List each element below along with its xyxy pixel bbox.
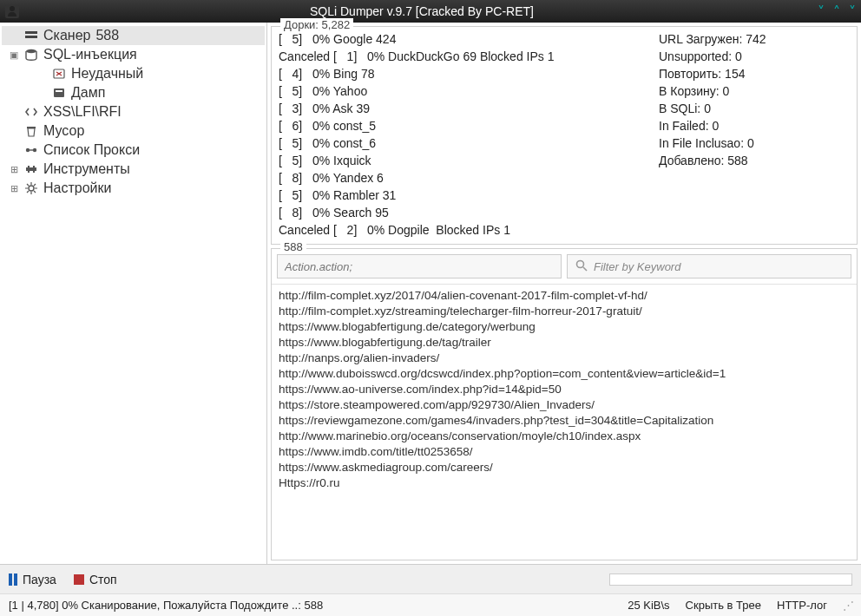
tree-label: Настройки (40, 180, 111, 196)
window-close-button[interactable]: ˅ (849, 3, 856, 20)
tree-label: XSS\LFI\RFI (40, 104, 122, 120)
url-item[interactable]: Https://r0.ru (279, 475, 850, 491)
engine-line: [ 4] 0% Bing 78 (279, 65, 659, 82)
tree-item-scanner[interactable]: Сканер 588 (2, 26, 265, 45)
url-item[interactable]: https://www.blogabfertigung.de/category/… (279, 319, 850, 335)
scanner-icon (23, 29, 40, 43)
engine-line: [ 8] 0% Search 95 (279, 204, 659, 221)
svg-rect-11 (28, 166, 30, 173)
svg-point-8 (26, 148, 30, 152)
url-item[interactable]: https://store.steampowered.com/app/92973… (279, 397, 850, 413)
svg-rect-5 (54, 88, 64, 97)
tree-item-dump[interactable]: Дамп (2, 83, 265, 102)
action-input[interactable] (277, 254, 562, 279)
http-log-link[interactable]: HTTP-лог (777, 599, 827, 612)
url-item[interactable]: https://www.blogabfertigung.de/tag/trail… (279, 335, 850, 351)
engines-legend: Дорки: 5,282 (280, 18, 353, 31)
url-item[interactable]: http://www.duboisswcd.org/dcswcd/index.p… (279, 366, 850, 382)
engines-stats: URL Загружен: 742Unsupported: 0Повторить… (659, 30, 850, 239)
tree-item-proxy[interactable]: Список Прокси (2, 141, 265, 160)
url-item[interactable]: http://nanps.org/alien-invaders/ (279, 351, 850, 366)
url-item[interactable]: https://www.askmediagroup.com/careers/ (279, 460, 850, 475)
url-item[interactable]: https://www.ao-universe.com/index.php?id… (279, 382, 850, 397)
tree-item-settings[interactable]: ⊞ Настройки (2, 179, 265, 198)
url-list[interactable]: http://film-complet.xyz/2017/04/alien-co… (272, 284, 857, 560)
sidebar-tree[interactable]: Сканер 588 ▣ SQL-инъекция Неудачный (0, 23, 267, 564)
engine-line: Canceled [ 1] 0% DuckDuckGo 69 Blocked I… (279, 48, 659, 65)
svg-rect-10 (26, 167, 36, 171)
pause-button[interactable]: Пауза (9, 573, 56, 587)
url-item[interactable]: https://reviewgamezone.com/games4/invade… (279, 413, 850, 429)
svg-rect-2 (25, 36, 37, 38)
window-minimize-button[interactable]: ˅ (818, 3, 825, 20)
svg-point-13 (29, 186, 34, 191)
tools-icon (23, 162, 40, 176)
dump-icon (50, 86, 68, 100)
svg-point-14 (577, 260, 584, 267)
status-speed: 25 KiB\s (628, 599, 669, 612)
engine-line: [ 5] 0% const_6 (279, 134, 659, 152)
engine-line: [ 6] 0% const_5 (279, 117, 659, 134)
stat-line: Повторить: 154 (659, 65, 850, 82)
tree-expand-icon[interactable]: ⊞ (5, 164, 23, 175)
results-panel: 588 Filter by Keyword http://film-comple… (271, 248, 858, 560)
svg-point-9 (33, 148, 36, 152)
svg-point-0 (10, 6, 15, 11)
tree-label: SQL-инъекция (40, 47, 137, 62)
control-bar: Пауза Стоп (0, 564, 861, 593)
tree-item-sqli[interactable]: ▣ SQL-инъекция (2, 45, 265, 64)
window-title: SQLi Dumper v.9.7 [Cracked By PC-RET] (26, 4, 818, 18)
engines-log: [ 5] 0% Google 424Canceled [ 1] 0% DuckD… (279, 30, 659, 239)
tree-item-tools[interactable]: ⊞ Инструменты (2, 160, 265, 179)
pause-label: Пауза (23, 573, 56, 587)
tree-label: Неудачный (68, 66, 143, 82)
app-icon (5, 4, 19, 18)
svg-rect-1 (25, 31, 37, 34)
filter-input[interactable]: Filter by Keyword (567, 254, 851, 279)
search-icon (575, 259, 588, 275)
tree-count: 588 (95, 28, 119, 43)
url-item[interactable]: http://film-complet.xyz/2017/04/alien-co… (279, 288, 850, 304)
tree-expand-icon[interactable]: ⊞ (5, 183, 23, 194)
status-bar: [1 | 4,780] 0% Сканирование, Пожалуйста … (0, 593, 861, 616)
tree-label: Инструменты (40, 161, 130, 177)
proxy-icon (23, 143, 40, 157)
engine-line: [ 5] 0% Google 424 (279, 30, 659, 48)
stat-line: In Failed: 0 (659, 117, 850, 134)
window-titlebar: SQLi Dumper v.9.7 [Cracked By PC-RET] ˅ … (0, 0, 861, 23)
url-item[interactable]: https://www.imdb.com/title/tt0253658/ (279, 444, 850, 460)
filter-placeholder: Filter by Keyword (594, 260, 680, 273)
stat-line: In File Inclusao: 0 (659, 134, 850, 152)
stop-icon (74, 574, 84, 585)
tree-item-xss[interactable]: XSS\LFI\RFI (2, 102, 265, 121)
stat-line: Unsupported: 0 (659, 48, 850, 65)
url-item[interactable]: http://film-complet.xyz/streaming/telech… (279, 304, 850, 319)
results-legend: 588 (280, 240, 306, 253)
hide-in-tray-link[interactable]: Скрыть в Трее (686, 599, 761, 612)
status-text: [1 | 4,780] 0% Сканирование, Пожалуйста … (9, 599, 323, 612)
engine-line: [ 5] 0% Ixquick (279, 152, 659, 169)
engine-line: [ 3] 0% Ask 39 (279, 100, 659, 117)
tree-item-failed[interactable]: Неудачный (2, 64, 265, 83)
url-item[interactable]: http://www.marinebio.org/oceans/conserva… (279, 429, 850, 444)
stat-line: В SQLi: 0 (659, 100, 850, 117)
stat-line: Добавлено: 588 (659, 152, 850, 169)
svg-rect-6 (56, 90, 62, 92)
tree-collapse-icon[interactable]: ▣ (5, 49, 23, 61)
stop-button[interactable]: Стоп (74, 573, 117, 587)
failed-icon (50, 67, 68, 81)
engines-panel: Дорки: 5,282 [ 5] 0% Google 424Canceled … (271, 26, 858, 245)
svg-rect-12 (33, 166, 35, 173)
engine-line: [ 5] 0% Rambler 31 (279, 187, 659, 204)
engine-line: Canceled [ 2] 0% Dogpile Blocked IPs 1 (279, 221, 659, 239)
window-maximize-button[interactable]: ˄ (833, 3, 840, 20)
svg-point-3 (26, 49, 36, 53)
tree-item-trash[interactable]: Мусор (2, 121, 265, 141)
settings-icon (23, 181, 40, 195)
engine-line: [ 5] 0% Yahoo (279, 82, 659, 100)
engine-line: [ 8] 0% Yandex 6 (279, 169, 659, 187)
pause-icon (9, 573, 17, 586)
stat-line: URL Загружен: 742 (659, 30, 850, 48)
svg-rect-7 (27, 127, 36, 128)
resize-grip[interactable]: ⋰ (843, 599, 852, 612)
